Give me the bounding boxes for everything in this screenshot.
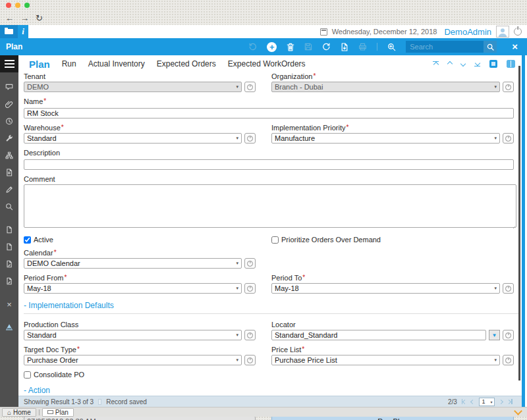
- tab-expected-workorders[interactable]: Expected WorkOrders: [228, 59, 306, 68]
- taskbar-tab-plan[interactable]: Plan: [42, 408, 74, 417]
- tab-run[interactable]: Run: [62, 59, 76, 68]
- active-checkbox-input[interactable]: [24, 236, 31, 244]
- taskbar-tab-home[interactable]: ⌂ Home: [2, 408, 36, 417]
- target-doc-type-select[interactable]: Purchase Order ▾: [24, 355, 242, 365]
- zoom-across-icon[interactable]: [387, 43, 396, 51]
- period-to-info-button[interactable]: [503, 283, 514, 294]
- form-view-icon[interactable]: [489, 60, 497, 68]
- period-from-info-button[interactable]: [244, 283, 256, 294]
- print-icon[interactable]: [358, 43, 367, 51]
- close-icon[interactable]: ×: [507, 38, 523, 55]
- user-name[interactable]: DemoAdmin: [444, 27, 491, 37]
- tab-actual-inventory[interactable]: Actual Inventory: [88, 59, 145, 68]
- attachment-icon[interactable]: [0, 95, 18, 113]
- grid-view-icon[interactable]: [507, 60, 515, 68]
- tenant-select[interactable]: DEMO ▾: [24, 82, 242, 92]
- delete-record-icon[interactable]: [287, 43, 294, 51]
- period-from-select[interactable]: May-18 ▾: [24, 283, 242, 294]
- scrollbar[interactable]: [518, 66, 520, 381]
- lab-icon[interactable]: [0, 319, 18, 336]
- field-production-class: Production Class Standard ▾: [24, 321, 256, 340]
- close-window-button[interactable]: [6, 3, 11, 8]
- logout-icon[interactable]: [514, 28, 522, 36]
- production-class-select[interactable]: Standard ▾: [24, 330, 242, 340]
- name-input[interactable]: [24, 108, 514, 118]
- calendar-icon: [320, 28, 327, 36]
- warehouse-info-button[interactable]: [244, 133, 256, 144]
- forward-icon[interactable]: →: [20, 14, 29, 22]
- first-page-icon[interactable]: [462, 399, 467, 404]
- last-page-icon[interactable]: [507, 399, 513, 404]
- production-class-info-button[interactable]: [244, 330, 256, 340]
- resize-handle[interactable]: [511, 224, 515, 228]
- refresh-icon[interactable]: [322, 43, 331, 51]
- field-price-list: Price List Purchase Price List ▾: [271, 346, 514, 365]
- previous-record-icon[interactable]: [448, 62, 452, 66]
- menu-icon[interactable]: [0, 55, 18, 72]
- implementation-priority-select[interactable]: Manufacture ▾: [271, 133, 500, 144]
- consolidate-po-checkbox-input[interactable]: [24, 371, 31, 379]
- period-to-select[interactable]: May-18 ▾: [271, 283, 500, 294]
- implementation-priority-info-button[interactable]: [503, 133, 514, 144]
- collapse-chevron-icon[interactable]: [514, 407, 522, 415]
- locator-info-button[interactable]: [503, 330, 514, 340]
- file-export-3-icon[interactable]: [0, 255, 18, 273]
- document-icon[interactable]: [0, 164, 18, 181]
- workflow-icon[interactable]: [0, 147, 18, 164]
- first-record-icon[interactable]: [433, 61, 439, 67]
- target-doc-type-info-button[interactable]: [244, 355, 256, 365]
- reload-icon[interactable]: ↻: [36, 14, 43, 22]
- avatar[interactable]: [496, 26, 509, 38]
- organization-select[interactable]: Branch - Dubai ▾: [271, 82, 500, 92]
- file-export-2-icon[interactable]: [0, 238, 18, 255]
- statusbar: Showing Result 1-3 of 3 Record saved 2/3…: [18, 396, 522, 407]
- minimize-window-button[interactable]: [15, 3, 20, 8]
- price-list-info-button[interactable]: [503, 355, 514, 365]
- locator-select[interactable]: Standard_Standard: [271, 330, 486, 340]
- warehouse-label: Warehouse: [24, 124, 256, 132]
- last-record-icon[interactable]: [474, 61, 480, 67]
- close-tab-icon[interactable]: ×: [0, 296, 18, 313]
- calendar-select[interactable]: DEMO Calendar ▾: [24, 258, 242, 269]
- comment-textarea[interactable]: [24, 184, 516, 228]
- locator-dialog-button[interactable]: ▼: [489, 330, 500, 340]
- price-list-select[interactable]: Purchase Price List ▾: [271, 355, 500, 365]
- undo-icon[interactable]: [248, 43, 257, 51]
- period-from-label: Period From: [24, 274, 256, 282]
- tenant-info-button[interactable]: [244, 82, 256, 92]
- chevron-down-icon: ▾: [494, 84, 497, 90]
- warehouse-select[interactable]: Standard ▾: [24, 133, 242, 144]
- wrench-icon[interactable]: [0, 130, 18, 147]
- tenant-label: Tenant: [24, 72, 256, 80]
- export-report-icon[interactable]: [341, 43, 348, 51]
- next-page-icon[interactable]: [499, 400, 503, 404]
- search-button[interactable]: [484, 41, 497, 53]
- browser-tab-folder[interactable]: [0, 25, 18, 38]
- back-icon[interactable]: ←: [5, 14, 14, 22]
- search-input[interactable]: [406, 41, 484, 53]
- active-checkbox[interactable]: Active: [24, 236, 256, 244]
- field-tenant: Tenant DEMO ▾: [24, 72, 256, 92]
- tab-expected-orders[interactable]: Expected Orders: [157, 59, 216, 68]
- consolidate-po-checkbox[interactable]: Consolidate PO: [24, 371, 84, 379]
- new-record-icon[interactable]: +: [267, 42, 277, 52]
- zoom-icon[interactable]: [0, 198, 18, 215]
- pen-icon[interactable]: [0, 181, 18, 198]
- maximize-window-button[interactable]: [24, 3, 30, 8]
- save-icon[interactable]: [304, 43, 312, 51]
- browser-active-tab[interactable]: i: [18, 25, 28, 38]
- chat-icon[interactable]: [0, 78, 18, 95]
- history-icon[interactable]: [0, 113, 18, 130]
- organization-info-button[interactable]: [503, 82, 514, 92]
- calendar-info-button[interactable]: [244, 258, 256, 269]
- tab-plan[interactable]: Plan: [29, 59, 50, 70]
- next-record-icon[interactable]: [461, 62, 465, 66]
- description-input[interactable]: [24, 159, 514, 170]
- prioritize-orders-checkbox-input[interactable]: [271, 236, 279, 244]
- previous-page-icon[interactable]: [471, 400, 474, 404]
- prioritize-orders-checkbox[interactable]: Prioritize Orders Over Demand: [271, 236, 514, 244]
- section-implementation-defaults[interactable]: - Implementation Defaults: [24, 299, 515, 314]
- file-export-4-icon[interactable]: [0, 273, 18, 290]
- page-selector[interactable]: 1 ▾: [479, 398, 495, 406]
- file-export-1-icon[interactable]: [0, 221, 18, 238]
